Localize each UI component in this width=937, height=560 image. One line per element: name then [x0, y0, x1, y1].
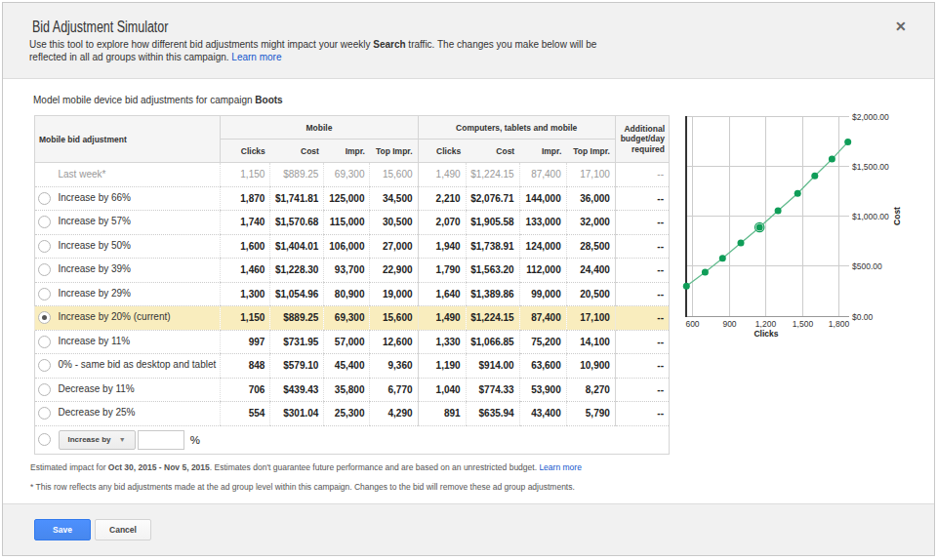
svg-text:$500.00: $500.00 — [852, 261, 882, 271]
svg-text:1,800: 1,800 — [829, 319, 850, 329]
svg-text:$2,000.00: $2,000.00 — [852, 112, 889, 122]
svg-text:900: 900 — [722, 319, 736, 329]
svg-text:$1,000.00: $1,000.00 — [852, 212, 889, 221]
svg-text:$0.00: $0.00 — [852, 312, 874, 322]
svg-text:1,500: 1,500 — [793, 319, 814, 329]
svg-text:1,200: 1,200 — [755, 319, 777, 329]
svg-text:Cost: Cost — [892, 207, 902, 225]
svg-text:600: 600 — [685, 319, 699, 329]
svg-text:Clicks: Clicks — [754, 329, 778, 339]
svg-text:$1,500.00: $1,500.00 — [852, 162, 889, 172]
